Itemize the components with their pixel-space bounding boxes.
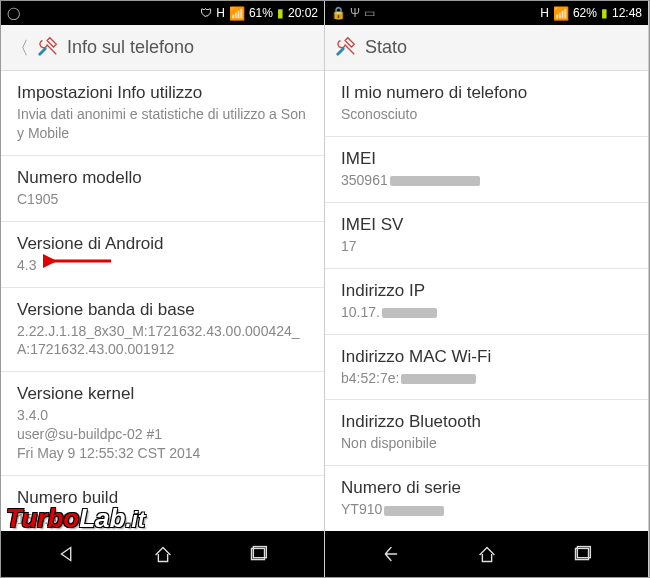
redacted — [401, 374, 476, 384]
label: Numero di serie — [341, 478, 632, 498]
settings-list: Impostazioni Info utilizzo Invia dati an… — [1, 71, 324, 531]
list-item-model[interactable]: Numero modello C1905 — [1, 156, 324, 222]
battery-icon: ▮ — [601, 6, 608, 20]
value: 2.22.J.1.18_8x30_M:1721632.43.00.000424_… — [17, 322, 308, 360]
label: Impostazioni Info utilizzo — [17, 83, 308, 103]
header[interactable]: Stato — [325, 25, 648, 71]
header[interactable]: 〈 Info sul telefono — [1, 25, 324, 71]
value: 3.4.0 user@su-buildpc-02 #1 Fri May 9 12… — [17, 406, 308, 463]
nav-back-button[interactable] — [361, 536, 421, 572]
tools-icon — [335, 35, 357, 61]
value: Sconosciuto — [341, 105, 632, 124]
clock: 12:48 — [612, 6, 642, 20]
value: b4:52:7e: — [341, 369, 632, 388]
network-type: H — [540, 6, 549, 20]
back-icon[interactable]: 〈 — [11, 36, 29, 60]
signal-icon: 📶 — [229, 6, 245, 21]
label: Indirizzo MAC Wi-Fi — [341, 347, 632, 367]
value: 17 — [341, 237, 632, 256]
battery-percent: 61% — [249, 6, 273, 20]
redacted — [382, 308, 437, 318]
nav-home-button[interactable] — [457, 536, 517, 572]
list-item-ip[interactable]: Indirizzo IP 10.17. — [325, 269, 648, 335]
nav-bar — [1, 531, 324, 577]
network-type: H — [216, 6, 225, 20]
redacted — [390, 176, 480, 186]
label: IMEI — [341, 149, 632, 169]
redacted — [384, 506, 444, 516]
status-bar: ◯ 🛡 H 📶 61% ▮ 20:02 — [1, 1, 324, 25]
list-item-kernel[interactable]: Versione kernel 3.4.0 user@su-buildpc-02… — [1, 372, 324, 476]
value: 15.4.A.1.9 — [17, 510, 308, 529]
lock-icon: 🔒 — [331, 6, 346, 20]
value: 350961 — [341, 171, 632, 190]
list-item-bluetooth[interactable]: Indirizzo Bluetooth Non disponibile — [325, 400, 648, 466]
page-title: Info sul telefono — [67, 37, 194, 58]
phone-left: ◯ 🛡 H 📶 61% ▮ 20:02 〈 Info sul telefono … — [1, 1, 325, 577]
list-item-mac[interactable]: Indirizzo MAC Wi-Fi b4:52:7e: — [325, 335, 648, 401]
shield-icon: 🛡 — [200, 6, 212, 20]
label: Versione kernel — [17, 384, 308, 404]
usb-icon: Ψ — [350, 6, 360, 20]
geofence-icon: ◯ — [7, 6, 20, 20]
phone-right: 🔒 Ψ ▭ H 📶 62% ▮ 12:48 Stato Il mio numer… — [325, 1, 649, 577]
label: Indirizzo IP — [341, 281, 632, 301]
value: Invia dati anonimi e statistiche di util… — [17, 105, 308, 143]
label: IMEI SV — [341, 215, 632, 235]
label: Indirizzo Bluetooth — [341, 412, 632, 432]
list-item-imei-sv[interactable]: IMEI SV 17 — [325, 203, 648, 269]
clock: 20:02 — [288, 6, 318, 20]
nav-back-button[interactable] — [37, 536, 97, 572]
nav-recent-button[interactable] — [228, 536, 288, 572]
nav-recent-button[interactable] — [552, 536, 612, 572]
value: 4.3 — [17, 256, 308, 275]
list-item-phone-number[interactable]: Il mio numero di telefono Sconosciuto — [325, 71, 648, 137]
label: Numero modello — [17, 168, 308, 188]
value: Non disponibile — [341, 434, 632, 453]
list-item-serial[interactable]: Numero di serie YT910 — [325, 466, 648, 531]
list-item-build[interactable]: Numero build 15.4.A.1.9 — [1, 476, 324, 531]
list-item-imei[interactable]: IMEI 350961 — [325, 137, 648, 203]
signal-icon: 📶 — [553, 6, 569, 21]
value: 10.17. — [341, 303, 632, 322]
sd-icon: ▭ — [364, 6, 375, 20]
nav-bar — [325, 531, 648, 577]
page-title: Stato — [365, 37, 407, 58]
battery-icon: ▮ — [277, 6, 284, 20]
label: Numero build — [17, 488, 308, 508]
list-item-baseband[interactable]: Versione banda di base 2.22.J.1.18_8x30_… — [1, 288, 324, 373]
label: Versione banda di base — [17, 300, 308, 320]
list-item-android-version[interactable]: Versione di Android 4.3 — [1, 222, 324, 288]
value: YT910 — [341, 500, 632, 519]
tools-icon — [37, 35, 59, 61]
list-item-usage-info[interactable]: Impostazioni Info utilizzo Invia dati an… — [1, 71, 324, 156]
label: Versione di Android — [17, 234, 308, 254]
value: C1905 — [17, 190, 308, 209]
nav-home-button[interactable] — [133, 536, 193, 572]
status-bar: 🔒 Ψ ▭ H 📶 62% ▮ 12:48 — [325, 1, 648, 25]
battery-percent: 62% — [573, 6, 597, 20]
label: Il mio numero di telefono — [341, 83, 632, 103]
status-list: Il mio numero di telefono Sconosciuto IM… — [325, 71, 648, 531]
